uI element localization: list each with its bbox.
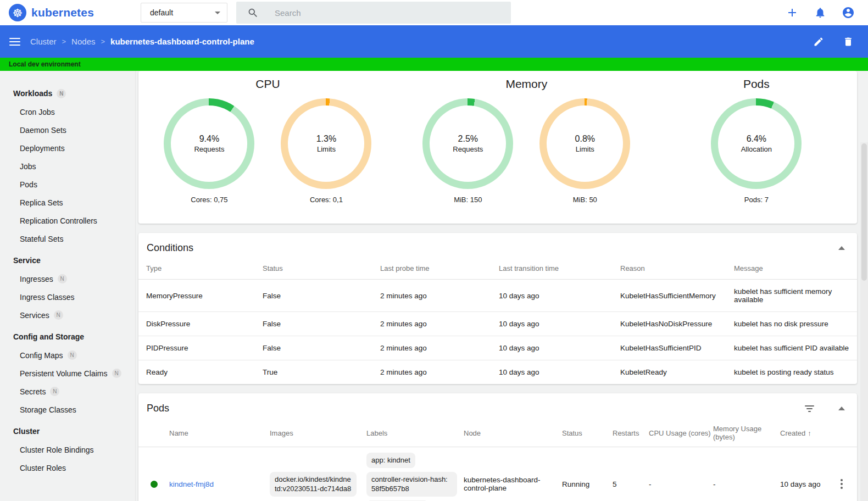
column-header-images: Images (265, 421, 362, 447)
pod-label-chip: app: kindnet (366, 453, 415, 468)
new-badge: N (54, 310, 63, 320)
memory-title: Memory (505, 77, 547, 91)
table-row: DiskPressure False 2 minutes ago 10 days… (138, 312, 857, 336)
sidebar-item-replication-controllers[interactable]: Replication Controllers (0, 211, 135, 230)
sidebar-item-pods[interactable]: Pods (0, 175, 135, 193)
sidebar-item-stateful-sets[interactable]: Stateful Sets (0, 230, 135, 248)
breadcrumb-bar: Cluster > Nodes > kubernetes-dashboard-c… (0, 25, 868, 58)
column-header-type: Type (138, 261, 255, 280)
sidebar-item-persistent-volume-claims[interactable]: Persistent Volume Claims N (0, 364, 135, 382)
cpu-limits-footer: Cores: 0,1 (310, 196, 343, 204)
sidebar-item-jobs[interactable]: Jobs (0, 157, 135, 175)
pods-title: Pods (743, 77, 770, 91)
pod-status: Running (558, 447, 608, 501)
kubernetes-logo-icon: ☸ (9, 4, 26, 21)
column-header-status: Status (558, 421, 608, 447)
collapse-icon[interactable] (838, 246, 845, 250)
sidebar: Workloads N Cron Jobs Daemon Sets Deploy… (0, 71, 136, 501)
column-header-memory-usage: Memory Usage (bytes) (709, 421, 776, 447)
column-header-message: Message (726, 261, 857, 280)
column-header-restarts: Restarts (608, 421, 644, 447)
breadcrumb-separator: > (62, 37, 66, 46)
pod-name-link[interactable]: kindnet-fmj8d (169, 480, 214, 488)
new-badge: N (50, 387, 59, 396)
edit-icon[interactable] (812, 35, 825, 48)
collapse-icon[interactable] (838, 407, 845, 410)
sidebar-item-ingress-classes[interactable]: Ingress Classes (0, 288, 135, 306)
pod-cpu-usage: - (644, 447, 709, 501)
cpu-allocation-group: CPU 9.4% Requests Cores: 0,75 (138, 75, 397, 224)
pods-table: Name Images Labels Node Status Restarts … (138, 421, 857, 501)
pods-allocation-group: Pods 6.4% Allocation Pods: 7 (656, 75, 857, 224)
delete-icon[interactable] (842, 35, 855, 48)
column-header-cpu-usage: CPU Usage (cores) (644, 421, 709, 447)
sidebar-section-cluster: Cluster (0, 422, 135, 441)
memory-limits-donut: 0.8% Limits (539, 98, 630, 189)
column-header-node: Node (459, 421, 558, 447)
namespace-value: default (150, 8, 173, 17)
conditions-card: Conditions Type Status Last probe time L… (138, 233, 857, 384)
breadcrumb-cluster[interactable]: Cluster (30, 37, 57, 46)
sidebar-item-ingresses[interactable]: Ingresses N (0, 270, 135, 288)
allocation-card: CPU 9.4% Requests Cores: 0,75 (138, 71, 857, 224)
sidebar-section-workloads: Workloads N (0, 84, 135, 103)
column-header-name[interactable]: Name (165, 421, 265, 447)
breadcrumb: Cluster > Nodes > kubernetes-dashboard-c… (30, 37, 254, 46)
table-row: Ready True 2 minutes ago 10 days ago Kub… (138, 360, 857, 385)
sidebar-item-deployments[interactable]: Deployments (0, 139, 135, 157)
column-header-last-probe-time: Last probe time (372, 261, 491, 280)
cpu-limits-donut: 1.3% Limits (281, 98, 371, 189)
search-bar[interactable] (236, 2, 511, 24)
sidebar-item-storage-classes[interactable]: Storage Classes (0, 400, 135, 419)
notifications-bell-icon[interactable] (814, 6, 827, 19)
namespace-selector[interactable]: default (141, 3, 227, 23)
create-resource-button[interactable] (786, 6, 799, 19)
memory-requests-donut: 2.5% Requests (422, 98, 513, 189)
sidebar-item-services[interactable]: Services N (0, 306, 135, 324)
pods-allocation-donut: 6.4% Allocation (711, 98, 802, 189)
pod-status-dot (151, 481, 158, 488)
pod-label-chip: controller-revision-hash: 58f5b657b8 (366, 472, 457, 497)
pod-restarts: 5 (608, 447, 644, 501)
search-icon (246, 6, 259, 19)
kubernetes-brand[interactable]: ☸ kubernetes (0, 4, 132, 21)
sidebar-item-secrets[interactable]: Secrets N (0, 382, 135, 400)
column-header-last-transition-time: Last transition time (491, 261, 613, 280)
breadcrumb-separator: > (101, 37, 105, 46)
column-header-labels: Labels (362, 421, 459, 447)
sidebar-item-daemon-sets[interactable]: Daemon Sets (0, 121, 135, 139)
memory-limits-footer: MiB: 50 (573, 196, 597, 204)
account-circle-icon[interactable] (842, 6, 855, 19)
pod-created: 10 days ago (776, 447, 831, 501)
sidebar-item-cluster-role-bindings[interactable]: Cluster Role Bindings (0, 441, 135, 459)
brand-name: kubernetes (31, 6, 94, 19)
new-badge: N (58, 274, 67, 283)
sidebar-item-cluster-roles[interactable]: Cluster Roles (0, 459, 135, 477)
sidebar-section-service: Service (0, 251, 135, 270)
environment-banner-text: Local dev environment (9, 60, 81, 68)
table-row: PIDPressure False 2 minutes ago 10 days … (138, 336, 857, 360)
kebab-menu-icon[interactable] (835, 479, 848, 489)
pod-node: kubernetes-dashboard-control-plane (459, 447, 558, 501)
environment-banner: Local dev environment (0, 58, 868, 71)
menu-icon[interactable] (9, 38, 20, 46)
cpu-requests-donut: 9.4% Requests (164, 98, 254, 189)
search-input[interactable] (275, 8, 483, 18)
filter-icon[interactable] (805, 405, 814, 412)
sidebar-item-config-maps[interactable]: Config Maps N (0, 346, 135, 364)
breadcrumb-nodes[interactable]: Nodes (71, 37, 95, 46)
app-header: ☸ kubernetes default (0, 0, 868, 25)
scrollbar[interactable] (860, 142, 868, 501)
pods-card: Pods Name Images Labels Node Status (138, 393, 857, 501)
chevron-down-icon (215, 12, 220, 14)
new-badge: N (112, 369, 121, 378)
conditions-title: Conditions (147, 242, 193, 254)
cpu-requests-footer: Cores: 0,75 (191, 196, 227, 204)
column-header-created[interactable]: Created↑ (776, 421, 831, 447)
sidebar-item-cron-jobs[interactable]: Cron Jobs (0, 103, 135, 121)
sidebar-item-replica-sets[interactable]: Replica Sets (0, 193, 135, 211)
column-header-status: Status (255, 261, 372, 280)
scrollbar-thumb[interactable] (861, 143, 867, 281)
main-content: CPU 9.4% Requests Cores: 0,75 (136, 71, 868, 501)
pod-row: kindnet-fmj8d docker.io/kindest/kindnetd… (138, 447, 857, 501)
